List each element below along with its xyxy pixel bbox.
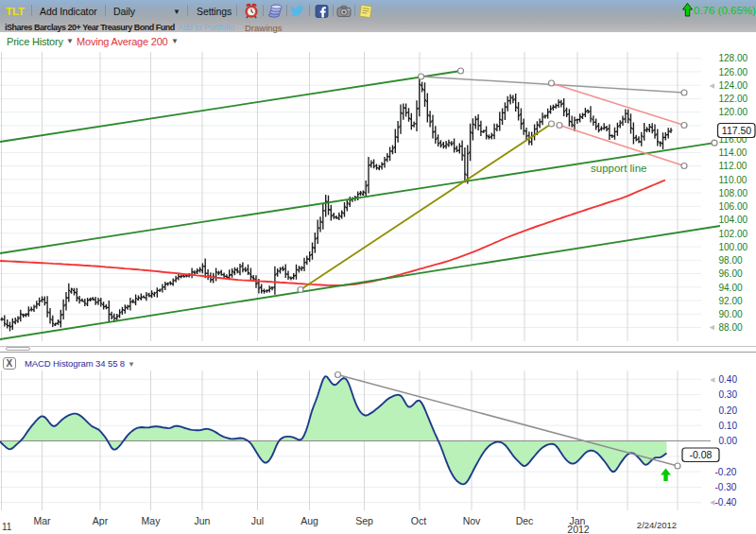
svg-text:-0.08: -0.08 — [690, 449, 713, 460]
svg-text:98.00: 98.00 — [719, 255, 743, 266]
svg-text:2/24/2012: 2/24/2012 — [637, 520, 677, 530]
svg-text:102.00: 102.00 — [719, 229, 748, 239]
svg-text:108.00: 108.00 — [719, 188, 748, 198]
svg-text:0.00: 0.00 — [719, 436, 738, 446]
svg-text:114.00: 114.00 — [719, 147, 747, 158]
svg-text:106.00: 106.00 — [719, 201, 748, 212]
svg-text:0.10: 0.10 — [719, 421, 738, 431]
svg-text:128.00: 128.00 — [719, 53, 748, 63]
svg-text:90.00: 90.00 — [719, 309, 743, 319]
svg-text:117.50: 117.50 — [722, 125, 751, 136]
svg-text:11: 11 — [2, 522, 12, 532]
svg-text:94.00: 94.00 — [719, 283, 743, 293]
svg-text:96.00: 96.00 — [719, 268, 743, 279]
svg-text:-0.20: -0.20 — [715, 467, 737, 477]
svg-text:100.00: 100.00 — [719, 242, 748, 252]
svg-text:Oct: Oct — [411, 515, 426, 526]
svg-text:May: May — [142, 515, 162, 526]
svg-text:0.40: 0.40 — [719, 374, 738, 385]
svg-text:Apr: Apr — [93, 515, 109, 526]
svg-text:-0.30: -0.30 — [715, 482, 737, 492]
svg-text:2012: 2012 — [567, 524, 590, 534]
svg-text:110.00: 110.00 — [719, 175, 747, 185]
svg-text:Mar: Mar — [33, 515, 51, 526]
svg-text:Aug: Aug — [301, 515, 318, 526]
svg-text:112.00: 112.00 — [719, 161, 747, 171]
svg-text:Jul: Jul — [251, 515, 264, 526]
svg-text:126.00: 126.00 — [719, 67, 748, 78]
svg-text:104.00: 104.00 — [719, 215, 748, 225]
svg-text:-0.40: -0.40 — [715, 497, 737, 508]
svg-text:0.20: 0.20 — [719, 405, 738, 416]
svg-text:Sep: Sep — [355, 515, 373, 526]
svg-text:120.00: 120.00 — [719, 107, 748, 117]
svg-text:support line: support line — [591, 163, 646, 174]
svg-text:0.76 (0.65%): 0.76 (0.65%) — [694, 5, 756, 16]
svg-text:0.30: 0.30 — [719, 389, 738, 400]
svg-text:Jun: Jun — [195, 515, 211, 526]
svg-text:Nov: Nov — [463, 515, 481, 526]
svg-text:122.00: 122.00 — [719, 94, 748, 104]
svg-text:124.00: 124.00 — [719, 80, 748, 91]
svg-text:92.00: 92.00 — [719, 296, 743, 306]
svg-text:Dec: Dec — [516, 515, 534, 526]
svg-text:88.00: 88.00 — [719, 322, 743, 333]
